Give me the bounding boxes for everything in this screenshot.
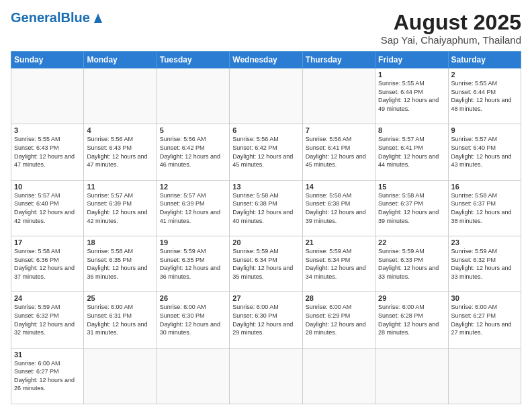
table-row: 17Sunrise: 5:58 AM Sunset: 6:36 PM Dayli… — [11, 236, 84, 292]
day-number: 30 — [451, 294, 518, 302]
th-thursday: Thursday — [302, 52, 375, 68]
day-info: Sunrise: 5:56 AM Sunset: 6:42 PM Dayligh… — [160, 135, 226, 169]
table-row: 23Sunrise: 5:59 AM Sunset: 6:32 PM Dayli… — [448, 236, 521, 292]
day-info: Sunrise: 5:56 AM Sunset: 6:42 PM Dayligh… — [232, 135, 299, 169]
table-row: 10Sunrise: 5:57 AM Sunset: 6:40 PM Dayli… — [11, 180, 84, 236]
table-row — [157, 68, 229, 124]
day-number: 4 — [87, 126, 153, 134]
table-row: 20Sunrise: 5:59 AM Sunset: 6:34 PM Dayli… — [230, 236, 302, 292]
table-row: 19Sunrise: 5:59 AM Sunset: 6:35 PM Dayli… — [157, 236, 229, 292]
th-sunday: Sunday — [11, 52, 84, 68]
day-number: 31 — [14, 351, 81, 359]
header: GeneralBlue August 2025 Sap Yai, Chaiyap… — [11, 11, 521, 46]
day-info: Sunrise: 6:00 AM Sunset: 6:30 PM Dayligh… — [232, 303, 299, 336]
th-tuesday: Tuesday — [157, 52, 229, 68]
day-number: 2 — [451, 71, 518, 79]
day-info: Sunrise: 5:57 AM Sunset: 6:40 PM Dayligh… — [14, 191, 81, 225]
day-number: 13 — [232, 183, 299, 191]
calendar-title: August 2025 — [381, 11, 521, 34]
th-monday: Monday — [84, 52, 157, 68]
day-info: Sunrise: 5:57 AM Sunset: 6:40 PM Dayligh… — [451, 135, 518, 169]
weekday-header-row: Sunday Monday Tuesday Wednesday Thursday… — [11, 52, 521, 68]
table-row: 13Sunrise: 5:58 AM Sunset: 6:38 PM Dayli… — [230, 180, 302, 236]
table-row — [375, 348, 448, 404]
calendar-subtitle: Sap Yai, Chaiyaphum, Thailand — [381, 34, 521, 46]
table-row: 27Sunrise: 6:00 AM Sunset: 6:30 PM Dayli… — [230, 292, 302, 348]
table-row — [84, 68, 157, 124]
table-row: 11Sunrise: 5:57 AM Sunset: 6:39 PM Dayli… — [84, 180, 157, 236]
day-info: Sunrise: 5:55 AM Sunset: 6:43 PM Dayligh… — [14, 135, 81, 169]
day-number: 8 — [378, 126, 445, 134]
table-row: 15Sunrise: 5:58 AM Sunset: 6:37 PM Dayli… — [375, 180, 448, 236]
day-info: Sunrise: 5:55 AM Sunset: 6:44 PM Dayligh… — [451, 79, 518, 113]
day-number: 29 — [378, 294, 445, 302]
day-info: Sunrise: 5:56 AM Sunset: 6:41 PM Dayligh… — [306, 135, 372, 169]
day-info: Sunrise: 6:00 AM Sunset: 6:31 PM Dayligh… — [87, 303, 153, 336]
day-number: 9 — [451, 126, 518, 134]
day-number: 15 — [378, 183, 445, 191]
th-wednesday: Wednesday — [230, 52, 302, 68]
day-number: 27 — [232, 294, 299, 302]
table-row — [302, 68, 375, 124]
day-info: Sunrise: 5:59 AM Sunset: 6:34 PM Dayligh… — [306, 247, 372, 281]
table-row: 21Sunrise: 5:59 AM Sunset: 6:34 PM Dayli… — [302, 236, 375, 292]
table-row — [230, 68, 302, 124]
table-row — [302, 348, 375, 404]
th-saturday: Saturday — [448, 52, 521, 68]
day-number: 7 — [306, 126, 372, 134]
logo-text: GeneralBlue — [11, 11, 90, 24]
day-number: 6 — [232, 126, 299, 134]
svg-marker-0 — [94, 13, 102, 23]
day-info: Sunrise: 5:58 AM Sunset: 6:38 PM Dayligh… — [306, 191, 372, 225]
day-number: 20 — [232, 238, 299, 246]
title-block: August 2025 Sap Yai, Chaiyaphum, Thailan… — [381, 11, 521, 46]
table-row — [11, 68, 84, 124]
table-row: 14Sunrise: 5:58 AM Sunset: 6:38 PM Dayli… — [302, 180, 375, 236]
calendar-week-row: 10Sunrise: 5:57 AM Sunset: 6:40 PM Dayli… — [11, 180, 521, 236]
calendar-week-row: 17Sunrise: 5:58 AM Sunset: 6:36 PM Dayli… — [11, 236, 521, 292]
table-row — [448, 348, 521, 404]
day-info: Sunrise: 5:58 AM Sunset: 6:37 PM Dayligh… — [451, 191, 518, 225]
day-number: 16 — [451, 183, 518, 191]
table-row: 2Sunrise: 5:55 AM Sunset: 6:44 PM Daylig… — [448, 68, 521, 124]
day-number: 26 — [160, 294, 226, 302]
day-number: 24 — [14, 294, 81, 302]
table-row: 28Sunrise: 6:00 AM Sunset: 6:29 PM Dayli… — [302, 292, 375, 348]
day-number: 22 — [378, 238, 445, 246]
day-info: Sunrise: 5:59 AM Sunset: 6:35 PM Dayligh… — [160, 247, 226, 281]
day-number: 21 — [306, 238, 372, 246]
day-info: Sunrise: 5:56 AM Sunset: 6:43 PM Dayligh… — [87, 135, 153, 169]
day-info: Sunrise: 6:00 AM Sunset: 6:27 PM Dayligh… — [451, 303, 518, 336]
day-number: 28 — [306, 294, 372, 302]
table-row: 31Sunrise: 6:00 AM Sunset: 6:27 PM Dayli… — [11, 348, 84, 404]
table-row: 16Sunrise: 5:58 AM Sunset: 6:37 PM Dayli… — [448, 180, 521, 236]
th-friday: Friday — [375, 52, 448, 68]
day-info: Sunrise: 5:58 AM Sunset: 6:36 PM Dayligh… — [14, 247, 81, 281]
table-row: 8Sunrise: 5:57 AM Sunset: 6:41 PM Daylig… — [375, 124, 448, 180]
table-row: 4Sunrise: 5:56 AM Sunset: 6:43 PM Daylig… — [84, 124, 157, 180]
day-info: Sunrise: 5:58 AM Sunset: 6:35 PM Dayligh… — [87, 247, 153, 281]
day-number: 23 — [451, 238, 518, 246]
day-info: Sunrise: 5:59 AM Sunset: 6:32 PM Dayligh… — [451, 247, 518, 281]
calendar-week-row: 3Sunrise: 5:55 AM Sunset: 6:43 PM Daylig… — [11, 124, 521, 180]
day-info: Sunrise: 5:58 AM Sunset: 6:37 PM Dayligh… — [378, 191, 445, 225]
table-row: 12Sunrise: 5:57 AM Sunset: 6:39 PM Dayli… — [157, 180, 229, 236]
day-info: Sunrise: 5:59 AM Sunset: 6:33 PM Dayligh… — [378, 247, 445, 281]
day-number: 5 — [160, 126, 226, 134]
day-info: Sunrise: 5:57 AM Sunset: 6:41 PM Dayligh… — [378, 135, 445, 169]
table-row: 7Sunrise: 5:56 AM Sunset: 6:41 PM Daylig… — [302, 124, 375, 180]
calendar-table: Sunday Monday Tuesday Wednesday Thursday… — [11, 51, 521, 404]
day-number: 12 — [160, 183, 226, 191]
table-row — [157, 348, 229, 404]
day-number: 19 — [160, 238, 226, 246]
day-info: Sunrise: 6:00 AM Sunset: 6:30 PM Dayligh… — [160, 303, 226, 336]
table-row: 18Sunrise: 5:58 AM Sunset: 6:35 PM Dayli… — [84, 236, 157, 292]
day-info: Sunrise: 6:00 AM Sunset: 6:29 PM Dayligh… — [306, 303, 372, 336]
table-row: 30Sunrise: 6:00 AM Sunset: 6:27 PM Dayli… — [448, 292, 521, 348]
calendar-week-row: 1Sunrise: 5:55 AM Sunset: 6:44 PM Daylig… — [11, 68, 521, 124]
day-number: 14 — [306, 183, 372, 191]
table-row: 26Sunrise: 6:00 AM Sunset: 6:30 PM Dayli… — [157, 292, 229, 348]
day-info: Sunrise: 6:00 AM Sunset: 6:28 PM Dayligh… — [378, 303, 445, 336]
day-info: Sunrise: 5:59 AM Sunset: 6:32 PM Dayligh… — [14, 303, 81, 336]
day-info: Sunrise: 5:55 AM Sunset: 6:44 PM Dayligh… — [378, 79, 445, 113]
